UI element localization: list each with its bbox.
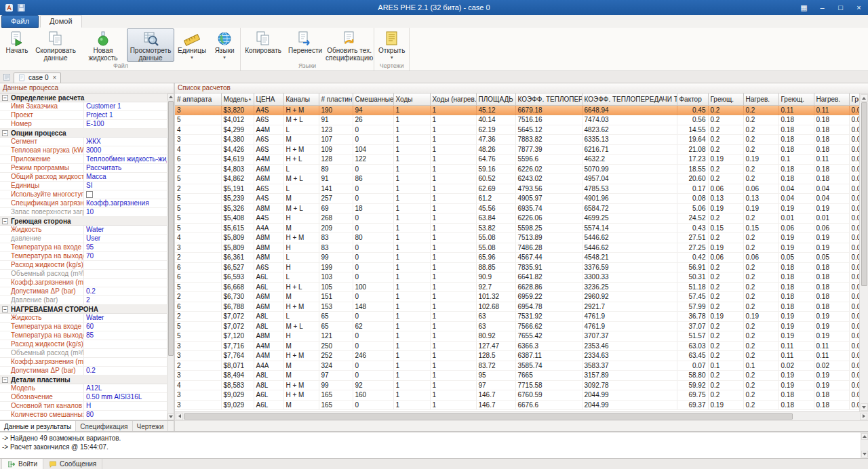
copy-button[interactable]: Копировать [241, 28, 285, 62]
property-row[interactable]: Спецификация загрязненияКоэфф.загрязнени… [0, 199, 167, 208]
column-header[interactable]: # аппарата [175, 94, 221, 105]
table-row[interactable]: 5$7,120A8MH12101180.927655.423707.3751.5… [175, 331, 868, 342]
property-row[interactable]: Допустимая ΔP (bar)0.2 [0, 367, 167, 375]
property-row[interactable]: СегментЖКХ [0, 138, 167, 146]
tab-drawings[interactable]: Чертежи [133, 421, 169, 431]
property-row[interactable]: Тепловая нагрузка (kW)3000 [0, 146, 167, 155]
copy-data-button[interactable]: Скопировать данные [32, 28, 79, 62]
scroll-up-icon[interactable] [861, 433, 868, 440]
log-scrollbar[interactable] [861, 432, 868, 458]
transfer-button[interactable]: Перенести [285, 28, 326, 62]
table-row[interactable]: 4$4,299A4ML12301162.195645.124823.6214.5… [175, 125, 868, 135]
table-row[interactable]: 5$5,239A4SM25701161.24905.974901.960.080… [175, 194, 868, 204]
table-row[interactable]: 3$5,809A8MH8301155.087486.285446.6227.25… [175, 243, 868, 253]
table-vertical-scrollbar[interactable] [859, 94, 868, 411]
save-icon[interactable] [17, 3, 26, 12]
minimize-button[interactable]: – [813, 0, 831, 15]
property-row[interactable]: ЖидкостьWater [0, 314, 167, 323]
property-row[interactable]: Объемный расход (m³/h) [0, 270, 167, 279]
property-section-header[interactable]: −Детали пластины [0, 375, 167, 384]
table-row[interactable]: 6$6,527A6SH19901188.857835.913376.5956.9… [175, 262, 868, 272]
refresh-spec-button[interactable]: Обновить тех. спецификацию [326, 28, 373, 62]
property-row[interactable]: Обозначение0.50 mm AISI316L [0, 393, 167, 402]
table-horizontal-scrollbar[interactable] [175, 411, 868, 420]
property-row[interactable]: ПроектProject 1 [0, 111, 167, 120]
property-row[interactable]: ЖидкостьWater [0, 226, 167, 234]
column-header[interactable]: Модель▲ [221, 94, 254, 105]
table-row[interactable]: 2$6,730A6MM151011101.326959.222960.9257.… [175, 292, 868, 302]
column-header[interactable]: Греющ. [778, 94, 814, 105]
property-row[interactable]: Основной тип каналовH [0, 402, 167, 411]
column-header[interactable]: КОЭФФ. ТЕПЛОПЕРЕДАЧИ ТРЕБ [582, 94, 677, 105]
property-row[interactable]: Температура на входе (°C60 [0, 323, 167, 331]
column-header[interactable]: Нагрев. [743, 94, 778, 105]
scroll-up-icon[interactable] [167, 94, 174, 100]
property-row[interactable]: Расход жидкости (kg/s) [0, 340, 167, 349]
open-button[interactable]: Открыть▾ [375, 28, 408, 62]
table-row[interactable]: 5$4,862A6MM + L91861160.526243.024957.04… [175, 174, 868, 184]
table-row[interactable]: 2$6,361A8ML9901165.964567.444548.210.420… [175, 253, 868, 263]
property-row[interactable]: Давление (bar)2 [0, 296, 167, 305]
property-section-header[interactable]: −Определение расчета [0, 94, 167, 102]
property-row[interactable]: Запас поверхности загряз10 [0, 208, 167, 217]
property-row[interactable]: ПриложениеТеплообмен жидкость-жидко [0, 155, 167, 164]
property-row[interactable]: НомерE-100 [0, 120, 167, 129]
collapse-icon[interactable]: − [2, 218, 8, 224]
collapse-icon[interactable]: − [2, 95, 8, 101]
column-header[interactable]: Ходы (нагрев. [430, 94, 476, 105]
property-row[interactable]: Температура на выходе (°85 [0, 331, 167, 340]
scroll-thumb[interactable] [861, 102, 867, 286]
style-button[interactable]: ▦ [795, 0, 813, 15]
property-section-header[interactable]: −Опции процесса [0, 129, 167, 138]
app-logo-icon[interactable] [5, 3, 14, 12]
close-button[interactable]: × [850, 0, 868, 15]
property-row[interactable]: Используйте многоступен [0, 190, 167, 199]
scroll-left-icon[interactable] [176, 413, 183, 420]
property-row[interactable]: Коэфф.загрязнения (m².°( [0, 279, 167, 287]
units-button[interactable]: Единицы▾ [174, 28, 210, 62]
ribbon-tab-file[interactable]: Файл [1, 15, 39, 28]
table-row[interactable]: 3$9,029A6LH + M16516011146.76760.592044.… [175, 390, 868, 401]
column-header[interactable]: ЦЕНА [254, 94, 283, 105]
property-row[interactable]: давлениеUser [0, 234, 167, 243]
property-row[interactable]: Допустимая ΔP (bar)0.2 [0, 287, 167, 296]
table-row[interactable]: 5$5,615A4AM20901153.825598.255574.140.43… [175, 223, 868, 233]
start-button[interactable]: Начать [2, 28, 32, 62]
property-row[interactable]: Температура на выходе (°70 [0, 252, 167, 261]
property-row[interactable]: Расход жидкости (kg/s) [0, 261, 167, 270]
bottom-tab-login[interactable]: Войти [1, 459, 43, 469]
table-row[interactable]: 5$5,326A8MM + L69181145.566935.746584.72… [175, 203, 868, 213]
property-row[interactable]: Режим программыРассчитать [0, 164, 167, 173]
table-row[interactable]: 6$6,593A6LL10301190.96641.823300.3350.31… [175, 272, 868, 283]
tab-data-results[interactable]: Данные и результаты [0, 421, 76, 431]
property-row[interactable]: Температура на входе (°C95 [0, 243, 167, 252]
table-row[interactable]: 3$8,494A8LM970119576653157.8958.800.20.2… [175, 371, 868, 381]
scroll-right-icon[interactable] [860, 413, 867, 420]
scroll-thumb[interactable] [168, 101, 174, 356]
column-header[interactable]: Ходы [393, 94, 430, 105]
property-row[interactable]: Коэфф.загрязнения (m².°( [0, 358, 167, 367]
scroll-down-icon[interactable] [167, 413, 174, 420]
column-header[interactable]: Каналы [283, 94, 319, 105]
table-row[interactable]: 6$6,788A6MH + M15314811102.686954.782921… [175, 302, 868, 312]
column-header[interactable]: Нагрев. [814, 94, 849, 105]
maximize-button[interactable]: □ [831, 0, 850, 15]
table-row[interactable]: 5$4,012A6SM + L91261140.147516.167474.03… [175, 115, 868, 125]
new-fluid-button[interactable]: Новая жидкость [79, 28, 127, 62]
close-tab-icon[interactable]: × [51, 74, 56, 81]
table-row[interactable]: 5$5,408A4SH26801163.846226.064699.2524.5… [175, 213, 868, 224]
scroll-down-icon[interactable] [861, 403, 868, 411]
bottom-tab-messages[interactable]: Сообщения [43, 459, 102, 469]
table-row[interactable]: 3$4,380A6SM10701147.367883.826335.1319.6… [175, 135, 868, 145]
column-header[interactable]: Фактор [677, 94, 708, 105]
table-row[interactable]: 3$7,716A4MM250011127.476366.32353.4663.0… [175, 341, 868, 351]
table-row[interactable]: 3$7,764A4MH + M25224611128.56387.112334.… [175, 351, 868, 361]
column-header[interactable]: Смешанные [353, 94, 393, 105]
collapse-icon[interactable]: − [2, 306, 8, 312]
checkbox[interactable] [86, 191, 93, 198]
scroll-down-icon[interactable] [861, 451, 868, 457]
table-row[interactable]: 5$7,072A8LM + L656211637566.624761.937.0… [175, 321, 868, 331]
table-row[interactable]: 4$5,809A8MH + M83801155.087513.895446.62… [175, 233, 868, 243]
collapse-icon[interactable]: − [2, 377, 8, 383]
table-row[interactable]: 2$8,071A4AM32401183.723585.743583.370.07… [175, 361, 868, 371]
